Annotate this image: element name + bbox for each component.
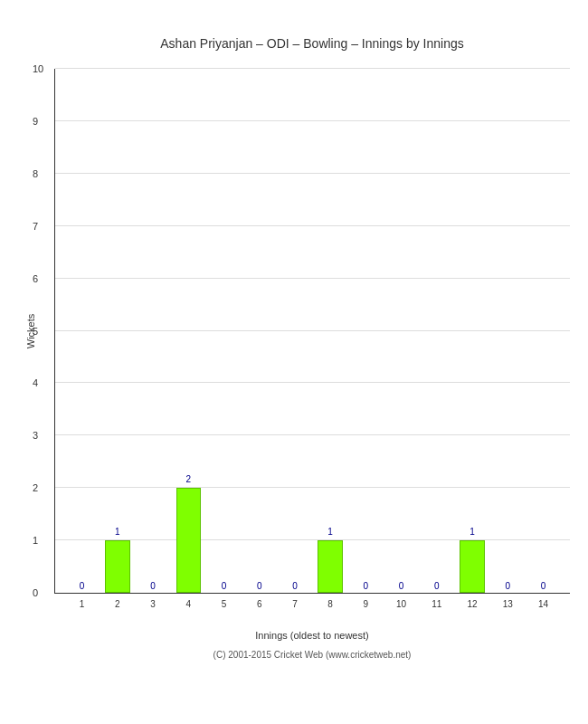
x-tick-label-9: 9 (364, 599, 369, 609)
x-tick-label-4: 4 (185, 599, 191, 609)
bar-value-1: 0 (80, 581, 85, 591)
bar-8: 1 (318, 540, 342, 593)
x-tick-label-12: 12 (467, 599, 477, 609)
x-tick-label-1: 1 (80, 599, 85, 609)
bar-group-4: 24 (171, 69, 206, 593)
x-tick-label-13: 13 (503, 599, 513, 609)
bar-group-11: 011 (419, 69, 454, 593)
bar-group-7: 07 (277, 69, 312, 593)
bar-value-12: 1 (469, 527, 475, 537)
bar-group-14: 014 (526, 69, 561, 593)
footer-text: (C) 2001-2015 Cricket Web (www.cricketwe… (54, 650, 570, 660)
y-tick-label-5: 5 (33, 326, 38, 337)
x-tick-label-5: 5 (222, 599, 227, 609)
bar-value-5: 0 (222, 581, 227, 591)
bar-value-7: 0 (292, 581, 298, 591)
y-tick-label-1: 1 (33, 535, 38, 546)
x-tick-label-10: 10 (396, 599, 406, 609)
y-tick-label-2: 2 (33, 482, 38, 493)
bar-group-9: 09 (348, 69, 384, 593)
bar-group-6: 06 (242, 69, 277, 593)
x-tick-label-2: 2 (115, 599, 120, 609)
x-tick-label-14: 14 (538, 599, 548, 609)
bar-group-5: 05 (206, 69, 242, 593)
x-tick-label-7: 7 (292, 599, 298, 609)
bars-container: 011203240506071809010011112013014 (55, 69, 570, 593)
y-tick-label-3: 3 (33, 430, 38, 441)
x-axis-title: Innings (oldest to newest) (54, 630, 570, 641)
bar-value-13: 0 (505, 581, 510, 591)
bar-value-11: 0 (434, 581, 440, 591)
bar-value-14: 0 (541, 581, 546, 591)
bar-2: 1 (105, 540, 129, 593)
chart-container: Ashan Priyanjan – ODI – Bowling – Inning… (0, 0, 588, 724)
x-tick-label-6: 6 (257, 599, 262, 609)
bar-group-10: 010 (384, 69, 419, 593)
bar-group-13: 013 (490, 69, 526, 593)
bar-value-9: 0 (364, 581, 369, 591)
bar-group-1: 01 (64, 69, 100, 593)
y-tick-label-4: 4 (33, 377, 38, 388)
y-tick-label-8: 8 (33, 168, 38, 179)
y-tick-label-9: 9 (33, 116, 38, 127)
bar-value-6: 0 (257, 581, 262, 591)
y-tick-label-6: 6 (33, 273, 38, 284)
y-tick-label-7: 7 (33, 221, 38, 232)
y-tick-label-0: 0 (33, 587, 38, 598)
y-tick-label-10: 10 (33, 63, 43, 74)
bar-value-4: 2 (185, 474, 191, 484)
x-tick-label-8: 8 (327, 599, 333, 609)
bar-12: 1 (460, 540, 484, 593)
x-tick-label-3: 3 (150, 599, 156, 609)
bar-group-12: 112 (454, 69, 489, 593)
chart-title: Ashan Priyanjan – ODI – Bowling – Inning… (54, 36, 570, 51)
bar-value-10: 0 (399, 581, 404, 591)
bar-value-3: 0 (150, 581, 156, 591)
bar-group-8: 18 (313, 69, 348, 593)
bar-4: 2 (176, 488, 201, 593)
bar-value-2: 1 (115, 527, 120, 537)
chart-area: 012345678910 011203240506071809010011112… (54, 69, 570, 594)
bar-group-3: 03 (135, 69, 170, 593)
bar-value-8: 1 (327, 527, 333, 537)
x-tick-label-11: 11 (432, 599, 441, 609)
bar-group-2: 12 (100, 69, 135, 593)
